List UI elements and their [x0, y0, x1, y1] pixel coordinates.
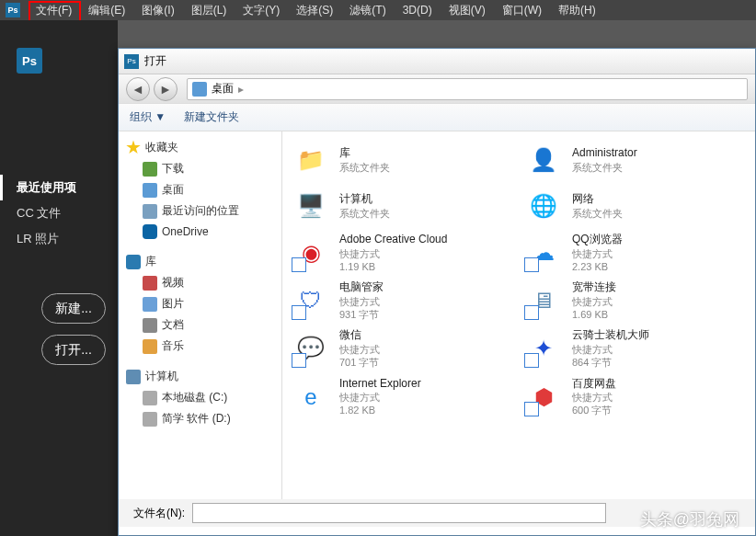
lr-photos[interactable]: LR 照片	[0, 226, 118, 252]
file-icon: 🌐	[524, 187, 563, 225]
file-icon: 📁	[292, 141, 330, 179]
file-icon: 🖥️	[292, 187, 330, 225]
file-icon: 🖥	[524, 281, 563, 320]
file-icon: 👤	[524, 141, 563, 179]
menu-3d[interactable]: 3D(D)	[395, 4, 441, 17]
file-icon: ☁	[524, 234, 563, 272]
dialog-titlebar: Ps 打开	[119, 49, 755, 74]
address-bar[interactable]: 桌面 ▸	[187, 78, 748, 100]
sidebar-onedrive[interactable]: OneDrive	[119, 222, 281, 242]
file-item[interactable]: 🖥 宽带连接快捷方式1.69 KB	[522, 279, 748, 323]
menu-select[interactable]: 选择(S)	[288, 3, 341, 18]
file-item[interactable]: 📁 库系统文件夹	[290, 139, 515, 181]
sidebar-disk-d[interactable]: 简学 软件 (D:)	[119, 408, 281, 429]
documents-icon	[143, 318, 157, 333]
menu-help[interactable]: 帮助(H)	[550, 3, 604, 18]
download-icon	[143, 162, 157, 177]
sidebar-downloads[interactable]: 下载	[119, 158, 281, 179]
file-icon: 💬	[292, 329, 330, 368]
file-item[interactable]: 💬 微信快捷方式701 字节	[290, 326, 515, 371]
file-item[interactable]: ☁ QQ浏览器快捷方式2.23 KB	[522, 231, 748, 275]
file-label: 百度网盘快捷方式600 字节	[572, 377, 616, 417]
sidebar-desktop[interactable]: 桌面	[119, 179, 281, 200]
open-button[interactable]: 打开...	[41, 335, 106, 365]
file-icon: 🛡	[292, 281, 330, 320]
forward-button[interactable]: ►	[154, 77, 178, 101]
desktop-icon	[143, 183, 157, 198]
left-panel: Ps 最近使用项 CC 文件 LR 照片 新建... 打开...	[0, 20, 118, 536]
file-label: Internet Explorer快捷方式1.82 KB	[339, 377, 421, 417]
file-icon: e	[292, 378, 330, 416]
file-item[interactable]: 🖥️ 计算机系统文件夹	[290, 185, 515, 227]
ps-app-icon: Ps	[17, 48, 42, 74]
menubar: Ps 文件(F) 编辑(E) 图像(I) 图层(L) 文字(Y) 选择(S) 滤…	[0, 0, 756, 20]
file-item[interactable]: 🌐 网络系统文件夹	[522, 185, 748, 227]
back-button[interactable]: ◄	[126, 77, 150, 101]
file-item[interactable]: e Internet Explorer快捷方式1.82 KB	[290, 375, 515, 419]
sidebar-videos[interactable]: 视频	[119, 272, 281, 293]
file-label: 微信快捷方式701 字节	[339, 328, 380, 369]
file-label: 宽带连接快捷方式1.69 KB	[572, 280, 616, 321]
menu-edit[interactable]: 编辑(E)	[80, 3, 133, 18]
drive-icon	[143, 412, 157, 427]
filename-label: 文件名(N):	[133, 506, 185, 521]
file-label: 库系统文件夹	[339, 146, 390, 174]
file-label: Administrator系统文件夹	[572, 146, 637, 174]
cc-files[interactable]: CC 文件	[0, 200, 118, 226]
file-label: Adobe Creative Cloud快捷方式1.19 KB	[339, 233, 447, 273]
menu-image[interactable]: 图像(I)	[133, 3, 182, 18]
menu-filter[interactable]: 滤镜(T)	[341, 3, 394, 18]
sidebar-music[interactable]: 音乐	[119, 336, 281, 357]
new-folder-button[interactable]: 新建文件夹	[184, 109, 239, 125]
recent-files[interactable]: 最近使用项	[0, 175, 118, 200]
file-label: 网络系统文件夹	[572, 192, 623, 220]
file-icon: ⬢	[524, 378, 563, 416]
file-item[interactable]: 👤 Administrator系统文件夹	[522, 139, 748, 181]
menu-layer[interactable]: 图层(L)	[183, 3, 235, 18]
new-button[interactable]: 新建...	[41, 293, 106, 324]
menu-type[interactable]: 文字(Y)	[235, 3, 288, 18]
dialog-nav-row: ◄ ► 桌面 ▸	[119, 74, 755, 104]
file-label: 云骑士装机大师快捷方式864 字节	[572, 328, 649, 369]
file-icon: ◉	[292, 234, 330, 272]
menu-view[interactable]: 视图(V)	[441, 3, 494, 18]
computer-icon	[126, 370, 141, 384]
star-icon	[126, 141, 141, 155]
music-icon	[143, 339, 157, 354]
file-item[interactable]: ⬢ 百度网盘快捷方式600 字节	[522, 375, 748, 419]
sidebar-recent[interactable]: 最近访问的位置	[119, 200, 281, 222]
organize-button[interactable]: 组织 ▼	[130, 109, 166, 125]
sidebar-pictures[interactable]: 图片	[119, 293, 281, 314]
dialog-title-text: 打开	[144, 53, 166, 69]
filename-input[interactable]	[192, 503, 606, 523]
drive-icon	[143, 391, 157, 405]
sidebar-disk-c[interactable]: 本地磁盘 (C:)	[119, 387, 281, 408]
file-label: 电脑管家快捷方式931 字节	[339, 280, 384, 321]
chevron-right-icon: ▸	[238, 83, 244, 96]
computer-header[interactable]: 计算机	[119, 366, 281, 387]
dialog-sidebar: 收藏夹 下载 桌面 最近访问的位置 OneDrive 库 视频 图片 文档 音乐…	[119, 131, 282, 501]
menu-file[interactable]: 文件(F)	[28, 3, 80, 18]
library-icon	[126, 255, 141, 269]
file-label: QQ浏览器快捷方式2.23 KB	[572, 233, 623, 273]
dialog-ps-icon: Ps	[124, 54, 139, 69]
address-text: 桌面	[212, 81, 234, 97]
pictures-icon	[143, 297, 157, 312]
sidebar-documents[interactable]: 文档	[119, 314, 281, 336]
favorites-header[interactable]: 收藏夹	[119, 137, 281, 158]
file-item[interactable]: ◉ Adobe Creative Cloud快捷方式1.19 KB	[290, 231, 515, 275]
ps-logo-icon: Ps	[6, 3, 20, 17]
menu-window[interactable]: 窗口(W)	[494, 3, 550, 18]
video-icon	[143, 276, 157, 291]
desktop-icon	[192, 82, 207, 97]
watermark: 头条@羽兔网	[640, 508, 739, 530]
file-list: 📁 库系统文件夹👤 Administrator系统文件夹🖥️ 计算机系统文件夹🌐…	[282, 131, 755, 501]
open-file-dialog: Ps 打开 ◄ ► 桌面 ▸ 组织 ▼ 新建文件夹 收藏夹 下载 桌面 最近访问…	[118, 48, 756, 536]
file-item[interactable]: ✦ 云骑士装机大师快捷方式864 字节	[522, 326, 748, 371]
libraries-header[interactable]: 库	[119, 251, 281, 272]
file-item[interactable]: 🛡 电脑管家快捷方式931 字节	[290, 279, 515, 323]
recent-icon	[143, 204, 157, 219]
file-icon: ✦	[524, 329, 563, 368]
dialog-toolbar: 组织 ▼ 新建文件夹	[119, 104, 755, 131]
file-label: 计算机系统文件夹	[339, 192, 390, 220]
